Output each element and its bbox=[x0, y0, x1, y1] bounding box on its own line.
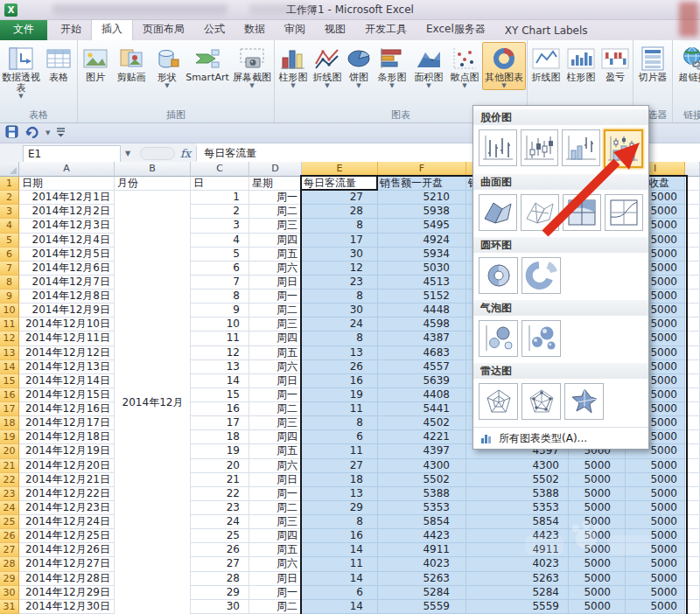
cell[interactable]: 周五 bbox=[249, 346, 302, 360]
cell[interactable]: 6 bbox=[191, 262, 249, 276]
cell[interactable]: 5284 bbox=[466, 586, 569, 600]
cell[interactable]: 周六 bbox=[249, 459, 302, 473]
cell[interactable]: 26 bbox=[191, 543, 249, 557]
insert-function-icon[interactable]: fx bbox=[180, 147, 191, 160]
merged-month-cell[interactable]: 2014年12月 bbox=[115, 395, 191, 410]
row-header-5[interactable]: 5 bbox=[0, 234, 19, 248]
tab-页面布局[interactable]: 页面布局 bbox=[133, 19, 194, 40]
cell[interactable]: 8 bbox=[302, 290, 378, 304]
row-header-25[interactable]: 25 bbox=[0, 515, 19, 529]
row-header-1[interactable]: 1 bbox=[0, 177, 19, 191]
select-all-corner[interactable] bbox=[0, 162, 19, 177]
sparkline-winloss-button[interactable]: 盈亏 bbox=[598, 42, 632, 83]
cell[interactable]: 周日 bbox=[249, 572, 302, 586]
cell[interactable]: 2014年12月28日 bbox=[19, 572, 115, 586]
cell[interactable]: 周四 bbox=[249, 430, 302, 444]
cell[interactable]: 5000 bbox=[569, 586, 626, 600]
row-header-22[interactable]: 22 bbox=[0, 473, 19, 487]
cell[interactable]: 日期 bbox=[19, 177, 115, 191]
smartart-button[interactable]: SmartArt bbox=[184, 42, 231, 83]
bubble-3d-item[interactable] bbox=[522, 320, 561, 357]
cell[interactable]: 2014年12月20日 bbox=[19, 459, 115, 473]
cell[interactable]: 4502 bbox=[378, 416, 466, 430]
cell[interactable]: 2014年12月5日 bbox=[19, 248, 115, 262]
column-header-F[interactable]: F bbox=[378, 162, 466, 177]
cell[interactable]: 星期 bbox=[249, 177, 302, 191]
cell[interactable]: 月份 bbox=[115, 177, 191, 191]
cell[interactable]: 27 bbox=[191, 557, 249, 571]
cell[interactable]: 2 bbox=[191, 205, 249, 219]
cell[interactable]: 5000 bbox=[569, 487, 626, 501]
cell[interactable]: 周五 bbox=[249, 444, 302, 458]
cell[interactable]: 5495 bbox=[378, 219, 466, 233]
cell[interactable]: 4 bbox=[191, 234, 249, 248]
scatter-chart-button[interactable]: 散点图 ▼ bbox=[447, 42, 482, 89]
cell[interactable] bbox=[115, 290, 191, 304]
cell[interactable]: 周四 bbox=[249, 234, 302, 248]
cell[interactable] bbox=[115, 543, 191, 557]
cell[interactable] bbox=[115, 276, 191, 290]
cell[interactable] bbox=[115, 430, 191, 444]
stock-high-low-close-item[interactable] bbox=[479, 129, 517, 166]
row-header-6[interactable]: 6 bbox=[0, 248, 19, 262]
cell[interactable] bbox=[115, 416, 191, 430]
cell[interactable]: 5388 bbox=[378, 487, 466, 501]
cell[interactable]: 4924 bbox=[378, 234, 466, 248]
filled-radar-item[interactable] bbox=[564, 383, 604, 420]
cell[interactable]: 周三 bbox=[249, 515, 302, 529]
cell[interactable]: 19 bbox=[302, 388, 378, 402]
cell[interactable] bbox=[115, 205, 191, 219]
cell[interactable]: 13 bbox=[302, 346, 378, 360]
cell[interactable] bbox=[115, 444, 191, 458]
cell[interactable]: 27 bbox=[302, 191, 378, 205]
undo-button[interactable] bbox=[24, 125, 39, 141]
cell[interactable]: 2014年12月10日 bbox=[19, 317, 115, 331]
cell[interactable]: 2014年12月25日 bbox=[19, 529, 115, 543]
cell[interactable] bbox=[115, 501, 191, 515]
tab-视图[interactable]: 视图 bbox=[315, 19, 355, 40]
cell[interactable]: 4557 bbox=[378, 360, 466, 374]
cell[interactable]: 9 bbox=[191, 304, 249, 317]
screenshot-button[interactable]: 屏幕截图 ▼ bbox=[231, 42, 273, 89]
cell[interactable]: 5210 bbox=[378, 191, 466, 205]
column-header-B[interactable]: B bbox=[115, 162, 191, 177]
cell[interactable]: 2014年12月27日 bbox=[19, 557, 115, 571]
cell[interactable]: 2014年12月1日 bbox=[19, 191, 115, 205]
cell[interactable] bbox=[115, 557, 191, 571]
cell[interactable]: 27 bbox=[302, 459, 378, 473]
cell[interactable]: 5854 bbox=[378, 515, 466, 529]
cell[interactable]: 5284 bbox=[378, 586, 466, 600]
cell[interactable]: 4911 bbox=[378, 543, 466, 557]
cell[interactable]: 5000 bbox=[569, 572, 626, 586]
cell[interactable] bbox=[115, 262, 191, 276]
row-header-30[interactable]: 30 bbox=[0, 586, 19, 600]
cell[interactable]: 14 bbox=[302, 543, 378, 557]
row-header-10[interactable]: 10 bbox=[0, 304, 19, 317]
column-header-A[interactable]: A bbox=[19, 162, 115, 177]
all-chart-types-item[interactable]: 所有图表类型(A)... bbox=[473, 427, 648, 449]
cell[interactable]: 周三 bbox=[249, 317, 302, 331]
cell[interactable]: 19 bbox=[191, 444, 249, 458]
cell[interactable]: 28 bbox=[191, 572, 249, 586]
cell[interactable]: 周二 bbox=[249, 501, 302, 515]
cell[interactable]: 周日 bbox=[249, 374, 302, 388]
cell[interactable]: 18 bbox=[302, 473, 378, 487]
radar-item[interactable] bbox=[479, 383, 518, 420]
surface-wireframe-contour-item[interactable] bbox=[605, 194, 643, 231]
row-header-12[interactable]: 12 bbox=[0, 331, 19, 345]
cell[interactable]: 周四 bbox=[249, 331, 302, 345]
radar-with-markers-item[interactable] bbox=[522, 383, 561, 420]
cell[interactable]: 26 bbox=[302, 360, 378, 374]
cell[interactable]: 5000 bbox=[569, 557, 626, 571]
cell[interactable]: 2014年12月4日 bbox=[19, 234, 115, 248]
cell[interactable]: 8 bbox=[191, 290, 249, 304]
cell[interactable] bbox=[115, 331, 191, 345]
cell[interactable]: 2014年12月17日 bbox=[19, 416, 115, 430]
slicer-button[interactable]: 切片器 bbox=[634, 42, 671, 83]
save-button[interactable] bbox=[5, 125, 18, 141]
row-header-8[interactable]: 8 bbox=[0, 276, 19, 290]
cell[interactable] bbox=[115, 346, 191, 360]
cell[interactable]: 2014年12月18日 bbox=[19, 430, 115, 444]
cell[interactable]: 2014年12月9日 bbox=[19, 304, 115, 317]
cell[interactable]: 29 bbox=[302, 501, 378, 515]
